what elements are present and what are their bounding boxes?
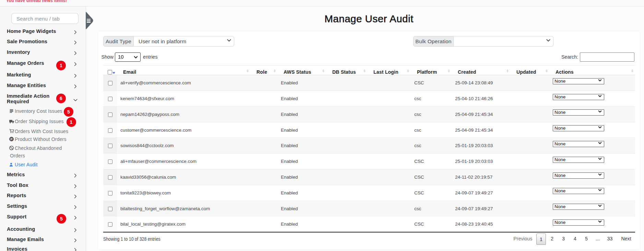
svg-text:P: P <box>10 138 12 141</box>
